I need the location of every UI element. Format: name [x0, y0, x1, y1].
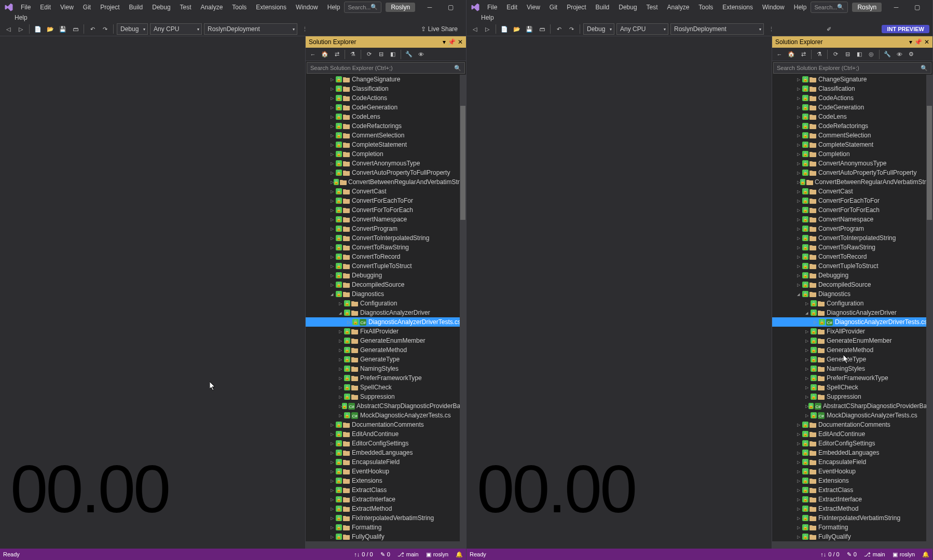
folder-item[interactable]: 🔒ConvertForToForEach	[772, 205, 932, 215]
expand-icon[interactable]	[805, 301, 811, 306]
expand-icon[interactable]	[339, 338, 344, 343]
folder-item[interactable]: 🔒ConvertToRecord	[306, 252, 466, 261]
expand-icon[interactable]	[797, 245, 802, 250]
nav-back-icon[interactable]: ◁	[3, 24, 13, 34]
solution-title-pill[interactable]: Roslyn	[852, 3, 882, 12]
dropdown-icon[interactable]: ▾	[443, 38, 446, 46]
liveshare-button[interactable]: ⇪ Live Share	[416, 25, 463, 33]
minimize-button[interactable]: ─	[419, 1, 440, 14]
folder-item[interactable]: 🔒NamingStyles	[772, 364, 932, 373]
preview-icon[interactable]: 👁	[894, 49, 904, 60]
undo-icon[interactable]: ↶	[87, 24, 98, 34]
folder-item[interactable]: 🔒ConvertBetweenRegularAndVerbatimString	[772, 177, 932, 187]
menu-window[interactable]: Window	[758, 2, 789, 13]
expand-icon[interactable]	[331, 142, 336, 147]
expand-icon[interactable]	[797, 431, 802, 437]
folder-item[interactable]: 🔒CodeRefactorings	[306, 121, 466, 131]
expand-icon[interactable]	[331, 226, 336, 231]
folder-item[interactable]: 🔒ConvertAnonymousType	[772, 159, 932, 168]
expand-icon[interactable]	[797, 123, 802, 129]
folder-item[interactable]: 🔒DocumentationComments	[306, 420, 466, 429]
config-dropdown[interactable]: Debug	[117, 23, 148, 35]
expand-icon[interactable]	[797, 506, 802, 511]
expand-icon[interactable]	[805, 366, 811, 371]
folder-item[interactable]: 🔒Completion	[772, 149, 932, 159]
folder-item[interactable]: 🔒FullyQualify	[772, 532, 932, 541]
expand-icon[interactable]	[797, 273, 802, 278]
expand-icon[interactable]	[797, 497, 802, 502]
git-edits[interactable]: ✎ 0	[380, 551, 390, 558]
expand-icon[interactable]	[331, 263, 336, 269]
new-icon[interactable]: 📄	[499, 24, 510, 34]
solex-titlebar[interactable]: Solution Explorer ▾ 📌 ✕	[306, 36, 466, 48]
titlebar-search[interactable]: Search... 🔍	[344, 2, 381, 13]
folder-item[interactable]: 🔒ConvertProgram	[772, 224, 932, 233]
folder-item[interactable]: 🔒EditAndContinue	[306, 429, 466, 439]
expand-icon[interactable]	[331, 161, 336, 166]
folder-item[interactable]: 🔒DiagnosticAnalyzerDriver	[772, 308, 932, 317]
expand-icon[interactable]	[331, 441, 336, 446]
feedback-icon[interactable]: ✐	[824, 24, 834, 34]
folder-item[interactable]: 🔒Classification	[772, 84, 932, 93]
scroll-thumb[interactable]	[460, 106, 465, 220]
menu-edit[interactable]: Edit	[36, 2, 55, 13]
solex-searchbox[interactable]: Search Solution Explorer (Ctrl+;) 🔍	[307, 62, 465, 74]
git-updown[interactable]: ↑↓ 0 / 0	[354, 551, 373, 557]
folder-item[interactable]: 🔒ConvertToInterpolatedString	[772, 233, 932, 243]
startup-dropdown[interactable]: RoslynDeployment	[670, 23, 764, 35]
redo-icon[interactable]: ↷	[100, 24, 110, 34]
folder-item[interactable]: 🔒FullyQualify	[306, 532, 466, 541]
folder-item[interactable]: 🔒ExtractMethod	[772, 504, 932, 513]
folder-item[interactable]: 🔒ConvertAutoPropertyToFullProperty	[772, 168, 932, 177]
folder-item[interactable]: 🔒GenerateEnumMember	[306, 336, 466, 345]
folder-item[interactable]: 🔒GenerateType	[772, 355, 932, 364]
nav-back-icon[interactable]: ◁	[470, 24, 480, 34]
expand-icon[interactable]	[331, 123, 336, 129]
file-item[interactable]: 🔒C#AbstractCSharpDiagnosticProviderBased…	[306, 401, 466, 411]
preview-icon[interactable]: 👁	[416, 49, 426, 60]
showall-icon[interactable]: ◧	[854, 49, 865, 60]
menu-window[interactable]: Window	[292, 2, 322, 13]
collapse-icon[interactable]: ⊟	[842, 49, 853, 60]
expand-icon[interactable]	[331, 515, 336, 521]
expand-icon[interactable]	[331, 105, 336, 110]
menu-tools[interactable]: Tools	[228, 2, 251, 13]
folder-item[interactable]: 🔒Formatting	[306, 523, 466, 532]
folder-item[interactable]: 🔒CodeActions	[772, 93, 932, 103]
overflow-icon[interactable]: ⋮	[766, 24, 776, 34]
expand-icon[interactable]	[797, 235, 802, 241]
git-updown[interactable]: ↑↓ 0 / 0	[820, 551, 839, 557]
back-icon[interactable]: ←	[774, 49, 785, 60]
expand-icon[interactable]	[805, 375, 811, 381]
expand-icon[interactable]	[331, 478, 336, 483]
pin-icon[interactable]: 📌	[448, 38, 456, 46]
folder-item[interactable]: 🔒EventHookup	[772, 467, 932, 476]
expand-icon[interactable]	[805, 310, 811, 315]
folder-item[interactable]: 🔒GenerateMethod	[772, 345, 932, 355]
folder-item[interactable]: 🔒Debugging	[772, 271, 932, 280]
folder-item[interactable]: 🔒ChangeSignature	[306, 75, 466, 84]
folder-item[interactable]: 🔒ConvertForToForEach	[306, 205, 466, 215]
expand-icon[interactable]	[339, 366, 344, 371]
folder-item[interactable]: 🔒ConvertAnonymousType	[306, 159, 466, 168]
expand-icon[interactable]	[331, 170, 336, 175]
expand-icon[interactable]	[797, 525, 802, 530]
folder-item[interactable]: 🔒Configuration	[306, 299, 466, 308]
expand-icon[interactable]	[797, 142, 802, 147]
folder-item[interactable]: 🔒CodeRefactorings	[772, 121, 932, 131]
properties-icon[interactable]: 🔧	[404, 49, 414, 60]
expand-icon[interactable]	[331, 254, 336, 259]
folder-item[interactable]: 🔒SpellCheck	[772, 383, 932, 392]
folder-item[interactable]: 🔒EditorConfigSettings	[306, 439, 466, 448]
git-branch[interactable]: ⎇ main	[864, 551, 885, 558]
menu-debug[interactable]: Debug	[148, 2, 174, 13]
menu-help[interactable]: Help	[323, 2, 345, 13]
expand-icon[interactable]	[797, 263, 802, 269]
solex-tree[interactable]: 🔒ChangeSignature🔒Classification🔒CodeActi…	[306, 75, 466, 541]
help-menu[interactable]: Help	[0, 14, 466, 22]
expand-icon[interactable]	[797, 114, 802, 119]
file-item[interactable]: 🔒C#DiagnosticAnalyzerDriverTests.cs	[772, 317, 932, 327]
showall-icon[interactable]: ◧	[388, 49, 398, 60]
tree-scroll-h[interactable]	[306, 541, 466, 549]
collapse-icon[interactable]: ⊟	[376, 49, 386, 60]
